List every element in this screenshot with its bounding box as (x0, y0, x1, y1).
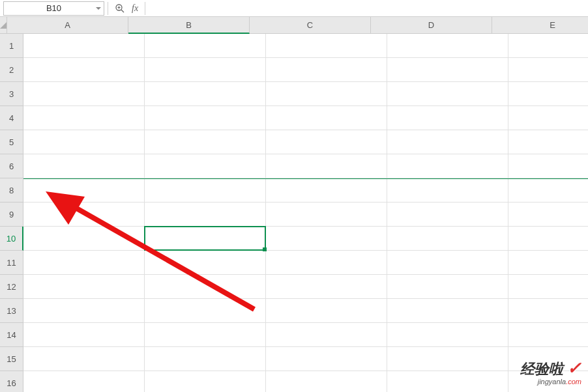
cell[interactable] (23, 58, 145, 82)
cell[interactable] (266, 154, 387, 178)
row-header[interactable]: 15 (0, 347, 23, 371)
cell[interactable] (387, 203, 508, 227)
row-header-active[interactable]: 10 (0, 227, 23, 251)
col-header-b[interactable]: B (128, 17, 250, 34)
col-header-e[interactable]: E (492, 17, 588, 34)
cell[interactable] (387, 106, 508, 130)
cell[interactable] (387, 347, 508, 371)
formula-input[interactable] (145, 1, 588, 16)
cell[interactable] (145, 154, 266, 178)
cell[interactable] (387, 34, 508, 58)
row-header[interactable]: 3 (0, 82, 23, 106)
cell[interactable] (508, 34, 588, 58)
cell[interactable] (266, 106, 387, 130)
cell[interactable] (508, 58, 588, 82)
cell[interactable] (23, 371, 145, 392)
cells-area[interactable] (23, 34, 588, 392)
cell[interactable] (23, 154, 145, 178)
cell[interactable] (23, 323, 145, 347)
cell[interactable] (508, 299, 588, 323)
row-header[interactable]: 8 (0, 178, 23, 203)
cell[interactable] (145, 58, 266, 82)
cell[interactable] (145, 203, 266, 227)
cell[interactable] (508, 82, 588, 106)
cell[interactable] (145, 347, 266, 371)
cell[interactable] (145, 82, 266, 106)
cell[interactable] (23, 34, 145, 58)
cell[interactable] (266, 203, 387, 227)
cell[interactable] (266, 130, 387, 154)
cell[interactable] (23, 347, 145, 371)
select-all-corner[interactable] (0, 17, 7, 34)
row-header[interactable]: 6 (0, 154, 23, 178)
cell[interactable] (266, 227, 387, 251)
cell[interactable] (387, 58, 508, 82)
cell[interactable] (145, 275, 266, 299)
row-header[interactable]: 14 (0, 323, 23, 347)
row-header[interactable]: 1 (0, 34, 23, 58)
row-header[interactable]: 9 (0, 203, 23, 227)
cell[interactable] (23, 82, 145, 106)
col-header-a[interactable]: A (7, 17, 128, 34)
cell[interactable] (508, 323, 588, 347)
row-header[interactable]: 12 (0, 275, 23, 299)
cell[interactable] (387, 82, 508, 106)
cell[interactable] (23, 251, 145, 275)
cell[interactable] (387, 251, 508, 275)
cell[interactable] (266, 299, 387, 323)
row-header[interactable]: 5 (0, 130, 23, 154)
cell[interactable] (266, 34, 387, 58)
cell[interactable] (508, 130, 588, 154)
cell[interactable] (145, 251, 266, 275)
cell[interactable] (387, 371, 508, 392)
cell[interactable] (145, 106, 266, 130)
cell[interactable] (508, 178, 588, 203)
cell[interactable] (508, 106, 588, 130)
cell[interactable] (266, 371, 387, 392)
cell[interactable] (387, 299, 508, 323)
cell[interactable] (23, 275, 145, 299)
cell[interactable] (387, 275, 508, 299)
row-header[interactable]: 2 (0, 58, 23, 82)
col-header-d[interactable]: D (371, 17, 492, 34)
cell[interactable] (23, 106, 145, 130)
cell[interactable] (145, 371, 266, 392)
cell[interactable] (23, 227, 145, 251)
cell[interactable] (23, 178, 145, 203)
name-box[interactable]: B10 (3, 1, 104, 16)
cell[interactable] (266, 82, 387, 106)
cell[interactable] (23, 130, 145, 154)
row-header[interactable]: 4 (0, 106, 23, 130)
cell[interactable] (266, 178, 387, 203)
cell[interactable] (145, 34, 266, 58)
cell[interactable] (266, 275, 387, 299)
cell[interactable] (266, 58, 387, 82)
cell[interactable] (508, 154, 588, 178)
cell[interactable] (508, 227, 588, 251)
cell[interactable] (266, 347, 387, 371)
cell[interactable] (387, 323, 508, 347)
row-header[interactable]: 11 (0, 251, 23, 275)
check-icon: ✓ (567, 358, 581, 378)
cell[interactable] (145, 130, 266, 154)
cell[interactable] (387, 154, 508, 178)
cell[interactable] (508, 251, 588, 275)
cell[interactable] (145, 323, 266, 347)
col-header-c[interactable]: C (250, 17, 371, 34)
cell[interactable] (23, 203, 145, 227)
cell[interactable] (387, 130, 508, 154)
cell[interactable] (145, 178, 266, 203)
cell[interactable] (508, 275, 588, 299)
zoom-icon[interactable] (115, 3, 125, 14)
cell[interactable] (266, 251, 387, 275)
fx-icon[interactable]: fx (132, 3, 138, 14)
cell[interactable] (508, 203, 588, 227)
cell[interactable] (266, 323, 387, 347)
cell[interactable] (145, 299, 266, 323)
cell[interactable] (23, 299, 145, 323)
row-header[interactable]: 13 (0, 299, 23, 323)
cell[interactable] (387, 178, 508, 203)
cell[interactable] (145, 227, 266, 251)
cell[interactable] (387, 227, 508, 251)
row-header[interactable]: 16 (0, 371, 23, 392)
